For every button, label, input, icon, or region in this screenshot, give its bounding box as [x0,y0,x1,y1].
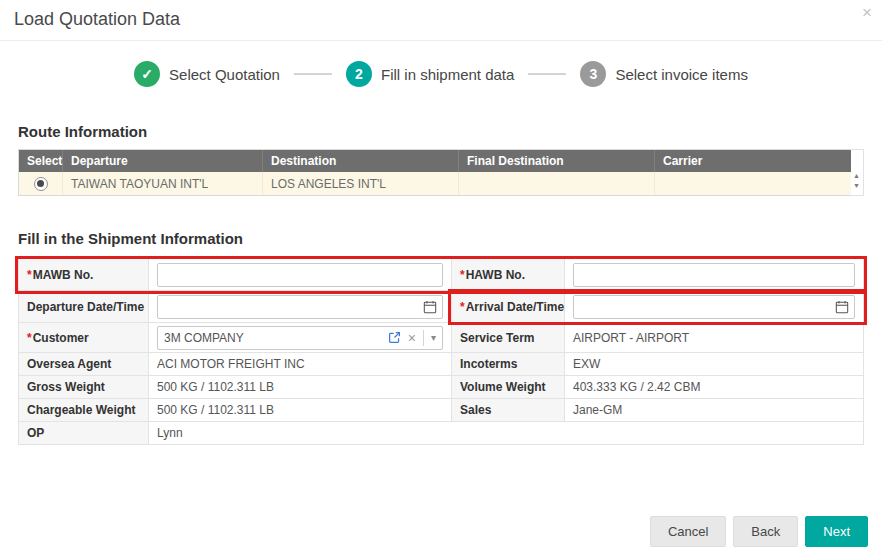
cell-carrier [655,172,851,195]
label-text: Incoterms [460,357,517,371]
arrival-datetime-cell [565,291,863,322]
mawb-input[interactable] [157,263,443,287]
form-row-awb: *MAWB No. *HAWB No. [19,259,863,291]
back-button[interactable]: Back [733,516,798,547]
gross-weight-label: Gross Weight [19,376,149,398]
required-marker: * [27,331,32,345]
label-text: Gross Weight [27,380,105,394]
step-connector [294,73,332,75]
step-select-quotation[interactable]: ✓ Select Quotation [134,61,280,87]
op-label: OP [19,422,149,444]
label-text: Arrival Date/Time [466,300,565,314]
customer-value: 3M COMPANY [164,331,381,345]
open-record-icon[interactable] [388,331,401,344]
next-button[interactable]: Next [805,516,868,547]
clear-icon[interactable]: × [408,331,416,345]
required-marker: * [460,300,465,314]
mawb-cell [149,259,452,290]
step-fill-shipment-data[interactable]: 2 Fill in shipment data [346,61,514,87]
arrival-datetime-label: *Arrival Date/Time [452,291,565,322]
hawb-input[interactable] [573,263,855,287]
form-row-chargeable-weight: Chargeable Weight 500 KG / 1102.311 LB S… [19,399,863,422]
label-text: Customer [33,331,89,345]
label-text: Service Term [460,331,535,345]
label-text: Departure Date/Time [27,300,144,314]
modal-title: Load Quotation Data [14,9,868,30]
chevron-down-icon[interactable]: ▾ [431,332,436,343]
modal-header: Load Quotation Data × [0,0,882,41]
sales-label: Sales [452,399,565,421]
form-row-dates: Departure Date/Time *Arrival Date/Time [19,291,863,323]
customer-label: *Customer [19,323,149,352]
close-icon[interactable]: × [862,4,872,21]
column-header-departure: Departure [63,150,263,172]
column-header-select: Select [19,150,63,172]
cell-final-destination [459,172,655,195]
route-radio-selected[interactable] [34,177,48,191]
form-row-op: OP Lynn [19,422,863,445]
column-header-final-destination: Final Destination [459,150,655,172]
cell-departure: TAIWAN TAOYUAN INT'L [63,172,263,195]
chargeable-weight-value: 500 KG / 1102.311 LB [149,399,452,421]
label-text: Sales [460,403,491,417]
departure-datetime-input[interactable] [157,295,443,319]
load-quotation-modal: Load Quotation Data × ✓ Select Quotation… [0,0,882,556]
form-row-customer: *Customer 3M COMPANY × ▾ Service Term AI… [19,323,863,353]
step-select-invoice-items[interactable]: 3 Select invoice items [580,61,748,87]
arrival-datetime-input[interactable] [573,295,855,319]
departure-datetime-label: Departure Date/Time [19,291,149,322]
step-number: 2 [346,61,372,87]
stepper: ✓ Select Quotation 2 Fill in shipment da… [0,61,882,87]
step-connector [528,73,566,75]
sales-value: Jane-GM [565,399,863,421]
route-table-header: Select Departure Destination Final Desti… [19,150,849,172]
service-term-value: AIRPORT - AIRPORT [565,323,863,352]
required-marker: * [460,268,465,282]
oversea-agent-label: Oversea Agent [19,353,149,375]
step-number: 3 [580,61,606,87]
divider [423,330,424,346]
hawb-label: *HAWB No. [452,259,565,290]
gross-weight-value: 500 KG / 1102.311 LB [149,376,452,398]
op-value: Lynn [149,422,863,444]
column-header-carrier: Carrier [655,150,851,172]
oversea-agent-value: ACI MOTOR FREIGHT INC [149,353,452,375]
shipment-section-title: Fill in the Shipment Information [18,230,882,247]
label-text: Volume Weight [460,380,546,394]
label-text: Chargeable Weight [27,403,135,417]
shipment-form: *MAWB No. *HAWB No. Departure Date/Time [18,258,864,445]
scroll-down-icon[interactable]: ▼ [853,182,860,189]
check-icon: ✓ [134,61,160,87]
step-label: Select Quotation [169,66,280,83]
label-text: Oversea Agent [27,357,111,371]
modal-footer: Cancel Back Next [650,516,868,547]
service-term-label: Service Term [452,323,565,352]
customer-cell: 3M COMPANY × ▾ [149,323,452,352]
calendar-icon[interactable] [835,300,849,314]
cell-destination: LOS ANGELES INT'L [263,172,459,195]
mawb-label: *MAWB No. [19,259,149,290]
customer-combobox[interactable]: 3M COMPANY × ▾ [157,326,443,350]
row-select-cell [19,172,63,195]
hawb-cell [565,259,863,290]
incoterms-label: Incoterms [452,353,565,375]
scroll-up-icon[interactable]: ▲ [853,172,860,179]
form-row-agent: Oversea Agent ACI MOTOR FREIGHT INC Inco… [19,353,863,376]
radio-dot [37,180,44,187]
volume-weight-value: 403.333 KG / 2.42 CBM [565,376,863,398]
label-text: HAWB No. [466,268,525,282]
required-marker: * [27,268,32,282]
departure-datetime-cell [149,291,452,322]
route-section-title: Route Information [18,123,882,140]
table-row: TAIWAN TAOYUAN INT'L LOS ANGELES INT'L [19,172,849,195]
cancel-button[interactable]: Cancel [650,516,726,547]
volume-weight-label: Volume Weight [452,376,565,398]
route-table: Select Departure Destination Final Desti… [18,149,864,196]
calendar-icon[interactable] [423,300,437,314]
step-label: Fill in shipment data [381,66,514,83]
table-scrollbar[interactable]: ▲ ▼ [850,149,864,196]
chargeable-weight-label: Chargeable Weight [19,399,149,421]
step-label: Select invoice items [615,66,748,83]
column-header-destination: Destination [263,150,459,172]
incoterms-value: EXW [565,353,863,375]
